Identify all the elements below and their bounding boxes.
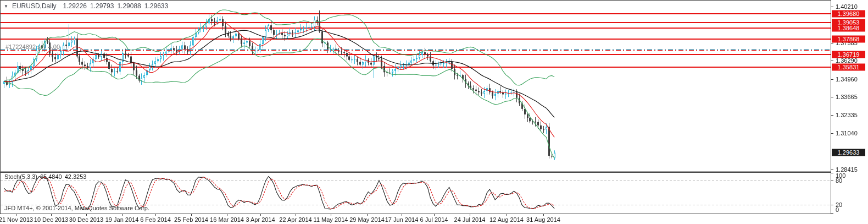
chart-canvas[interactable] <box>0 0 868 224</box>
quote-high: 1.29793 <box>90 2 114 10</box>
stoch-signal-value: 42.3253 <box>65 173 87 180</box>
date-label: 19 Jan 2014 <box>105 216 139 223</box>
mt4-chart-window: ▼EURUSD,Daily1.292261.297931.290881.2963… <box>0 0 868 224</box>
date-label: 30 Dec 2013 <box>69 216 103 223</box>
copyright-text: JFD MT4+, © 2001-2014, MetaQuotes Softwa… <box>4 205 149 211</box>
date-label: 6 Feb 2014 <box>140 216 171 223</box>
date-label: 16 Mar 2014 <box>210 216 244 223</box>
chart-header: ▼EURUSD,Daily1.292261.297931.290881.2963… <box>4 2 171 10</box>
price-level-label: 1.35831 <box>832 63 865 70</box>
price-level-label: 1.39680 <box>832 10 865 18</box>
date-label: 31 Aug 2014 <box>526 216 560 223</box>
stoch-indicator-name: Stoch(5,3,3) <box>4 173 37 180</box>
date-label: 3 Apr 2014 <box>246 216 275 223</box>
current-price-label: 1.29633 <box>832 149 865 156</box>
stoch-tick-label: 0 <box>836 206 839 213</box>
price-tick-label: 1.40210 <box>836 3 858 10</box>
date-label: 10 Dec 2013 <box>34 216 68 223</box>
price-tick-label: 1.31040 <box>836 130 858 136</box>
date-label: 29 May 2014 <box>349 216 385 223</box>
stoch-main-value: 65.4840 <box>40 173 62 180</box>
date-label: 17 Jun 2014 <box>385 216 419 223</box>
price-level-label: 1.36719 <box>832 51 865 58</box>
price-level-label: 1.38648 <box>832 25 865 32</box>
stoch-tick-label: 80 <box>836 177 842 184</box>
price-tick-label: 1.34960 <box>836 76 858 83</box>
stoch-indicator-label: Stoch(5,3,3)65.484042.3253 <box>4 173 89 180</box>
date-label: 25 Feb 2014 <box>174 216 208 223</box>
quote-low: 1.29088 <box>117 2 141 10</box>
chart-dropdown-icon[interactable]: ▼ <box>4 4 8 9</box>
date-label: 6 Jul 2014 <box>420 216 448 223</box>
quote-close: 1.29633 <box>144 2 168 10</box>
price-tick-label: 1.32335 <box>836 112 858 118</box>
date-label: 24 Jul 2014 <box>454 216 486 223</box>
date-label: 22 Apr 2014 <box>279 216 311 223</box>
date-label: 21 Nov 2013 <box>0 216 33 223</box>
price-tick-label: 1.33665 <box>836 94 858 100</box>
date-label: 12 Aug 2014 <box>489 216 524 223</box>
quote-open: 1.29226 <box>63 2 87 10</box>
chart-symbol-period: EURUSD,Daily <box>12 2 57 10</box>
open-order-label[interactable]: #17224892 sell 4.00 <box>5 43 60 50</box>
date-label: 11 May 2014 <box>314 216 348 223</box>
price-level-label: 1.37868 <box>832 35 865 42</box>
